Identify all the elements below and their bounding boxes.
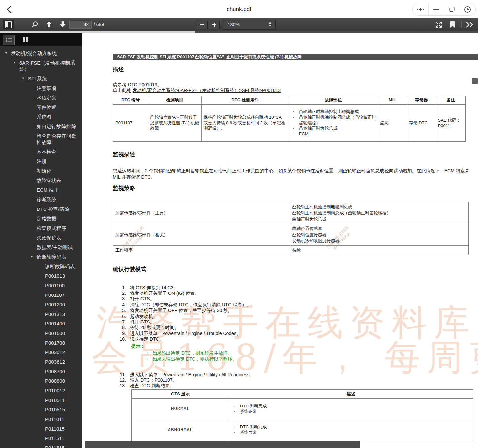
toc-item[interactable]: 失效保护表	[0, 233, 82, 242]
toc-item[interactable]: P003612	[0, 357, 82, 367]
dtc-item-cell: 凸轮轴位置“A”- 正时过于提前或系统性能 (B1) 机械故障	[148, 104, 201, 141]
step-text: 输入 DTC：P001107。	[130, 378, 177, 383]
horizontal-scrollbar-thumb[interactable]	[85, 441, 360, 448]
caret-spacer	[30, 206, 37, 212]
toc-item[interactable]: P001200	[0, 300, 82, 309]
toc-item[interactable]: 定格数据	[0, 214, 82, 223]
strategy-row: 所需传感器/零部件（相关）曲轴位置传感器凸轮轴位置传感器发动机冷却液温度传感器	[113, 224, 469, 245]
bookmark-icon[interactable]	[450, 21, 455, 28]
toc-item-label: 检查是否存在间歇性故障	[37, 133, 82, 145]
toc-item[interactable]: P001013	[0, 271, 82, 281]
toc-item-label: 系统图	[37, 114, 82, 120]
dtc-note-cell: SAE 代码：P0011	[436, 104, 466, 141]
toc-item[interactable]: 术语定义	[0, 93, 82, 102]
gts-table-body: NORMALDTC 判断完成系统正常ABNORMALDTC 判断完成系统异常IN…	[132, 398, 473, 448]
caret-spacer	[30, 149, 37, 155]
caret-spacer	[39, 263, 45, 269]
sidebar-toggle-button[interactable]	[3, 20, 14, 29]
toc-item[interactable]: P011511	[0, 434, 82, 443]
toc-item[interactable]: P001400	[0, 319, 82, 328]
toc-item[interactable]: P001107	[0, 290, 82, 300]
toc-item[interactable]: ▼6AR-FSE（发动机控制系统）	[0, 58, 82, 74]
section-heading-confirm-driving: 确认行驶模式	[113, 266, 478, 273]
toc-item-label: 零件位置	[37, 104, 82, 110]
toc-item[interactable]: 故障症状表	[0, 176, 82, 185]
toc-item[interactable]: P010012	[0, 386, 82, 395]
minimize-button[interactable]	[428, 3, 444, 15]
previous-page-button[interactable]	[45, 20, 53, 30]
toc-item[interactable]: P001313	[0, 309, 82, 319]
toc-item[interactable]: P010511	[0, 395, 82, 405]
next-page-button[interactable]	[59, 20, 67, 30]
caret-down-icon[interactable]: ▼	[30, 254, 37, 260]
search-button[interactable]	[31, 21, 39, 30]
more-tools-button[interactable]	[465, 21, 475, 30]
gts-table-header-row: GTS 显示描述	[132, 390, 473, 398]
caret-spacer	[39, 292, 45, 298]
zoom-level-select[interactable]: 130%	[223, 20, 276, 30]
caret-spacer	[39, 406, 45, 413]
toc-item[interactable]: ECM 端子	[0, 185, 82, 195]
caret-spacer	[39, 301, 45, 308]
step-number: 9.	[113, 331, 130, 336]
strategy-label-cell: 所需传感器/零部件（主要）	[113, 202, 290, 224]
toc-item[interactable]: ▼发动机/混合动力系统	[0, 48, 82, 58]
toc-item[interactable]: P001100	[0, 281, 82, 290]
toc-item-label: 失效保护表	[37, 235, 82, 241]
strategy-line: 凸轮轴位置传感器	[292, 232, 467, 238]
toc-item[interactable]: 数据表/主动测试	[0, 242, 82, 252]
caret-spacer	[30, 104, 37, 110]
toc-item[interactable]: ▼SFI 系统	[0, 74, 82, 83]
thumbnails-view-button[interactable]	[20, 35, 32, 45]
toc-item[interactable]: DTC 检查/清除	[0, 204, 82, 214]
toc-item[interactable]: P011015	[0, 424, 82, 434]
zoom-in-button[interactable]	[209, 20, 220, 29]
more-options-button[interactable]	[413, 3, 428, 15]
vertical-scrollbar-thumb[interactable]	[472, 78, 478, 84]
toc-item[interactable]: P001600	[0, 328, 82, 338]
toc-item[interactable]: 注册	[0, 156, 82, 166]
toc-item[interactable]: P011515	[0, 443, 82, 448]
record-button[interactable]	[460, 3, 475, 15]
outline-view-button[interactable]	[3, 35, 15, 45]
fullscreen-button[interactable]	[435, 21, 442, 30]
caret-spacer	[39, 359, 45, 365]
document-title: chunk.pdf	[0, 0, 478, 18]
toc-item[interactable]: 零件位置	[0, 102, 82, 112]
toc-item[interactable]: ▼诊断故障码表	[0, 252, 82, 262]
page-number-input[interactable]	[69, 20, 92, 29]
toc-item[interactable]: P010515	[0, 405, 82, 414]
toc-item[interactable]: P001700	[0, 338, 82, 348]
toc-item[interactable]: P003012	[0, 348, 82, 357]
caret-down-icon[interactable]: ▼	[5, 50, 11, 56]
caret-spacer	[39, 397, 45, 403]
zoom-out-button[interactable]	[197, 20, 208, 29]
toc-item[interactable]: P008800	[0, 376, 82, 386]
toc-item[interactable]: 初始化	[0, 166, 82, 176]
toc-item[interactable]: 基本检查	[0, 147, 82, 156]
caret-spacer	[39, 282, 45, 289]
zoom-level-value: 130%	[223, 22, 240, 27]
toc-item[interactable]: 诊断故障码表	[0, 262, 82, 271]
toc-item[interactable]: 系统图	[0, 112, 82, 122]
caret-down-icon[interactable]: ▼	[22, 75, 28, 82]
window-controls	[412, 3, 476, 16]
toc-item[interactable]: 如何进行故障排除	[0, 122, 82, 131]
step-text: 起动发动机。	[130, 314, 158, 319]
toc-item-label: P011015	[45, 426, 82, 432]
toc-item[interactable]: P008700	[0, 367, 82, 376]
monitor-description-text: 怠速运转期间，2 个锁销将凸轮轴正时齿轮锁止在可变气门正时工作范围的中心。如果某…	[113, 168, 478, 180]
toc-item[interactable]: 检查是否存在间歇性故障	[0, 131, 82, 147]
toc-item[interactable]: 诊断系统	[0, 195, 82, 204]
top-scrollbar[interactable]	[0, 31, 478, 33]
caret-down-icon[interactable]: ▼	[13, 60, 19, 72]
toc-item[interactable]: 检查模式程序	[0, 223, 82, 233]
toc-item-label: 6AR-FSE（发动机控制系统）	[19, 60, 82, 72]
gts-description-line: 系统正常	[231, 409, 471, 414]
breadcrumb-link[interactable]: 发动机/混合动力系统>6AR-FSE（发动机控制系统）>SFI 系统>P0010…	[133, 88, 281, 93]
toc-item[interactable]: P011011	[0, 414, 82, 424]
minimize-icon	[433, 9, 439, 10]
float-window-button[interactable]	[444, 3, 460, 15]
toc-item-label: P010511	[45, 397, 82, 403]
toc-item[interactable]: 注意事项	[0, 83, 82, 93]
